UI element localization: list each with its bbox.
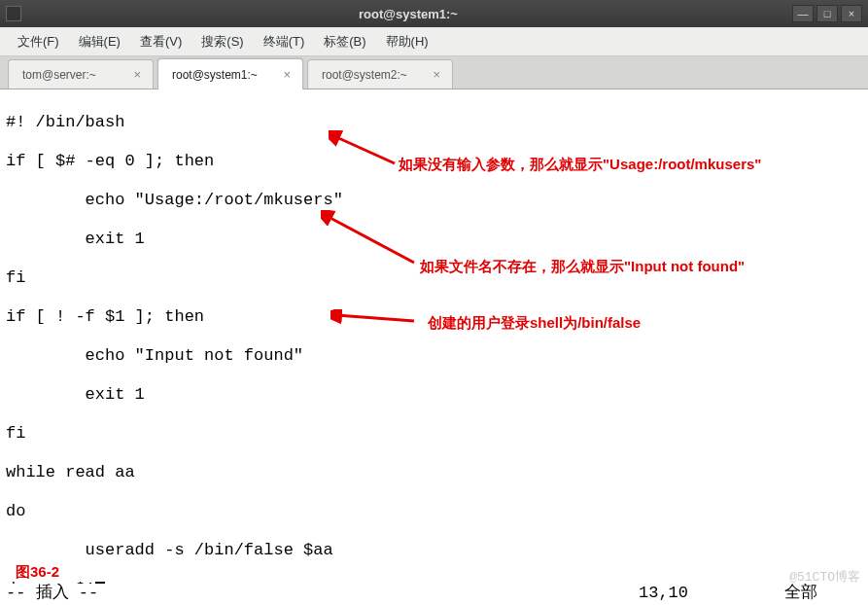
annotation-usage: 如果没有输入参数，那么就显示"Usage:/root/mkusers" [399,155,761,174]
menu-bar: 文件(F) 编辑(E) 查看(V) 搜索(S) 终端(T) 标签(B) 帮助(H… [0,27,868,56]
tab-label: tom@server:~ [22,68,131,82]
code-line: echo "Usage:/root/mkusers" [6,191,862,210]
menu-search[interactable]: 搜索(S) [191,29,253,54]
close-button[interactable]: × [841,5,862,22]
code-line: exit 1 [6,230,862,249]
annotation-notfound: 如果文件名不存在，那么就显示"Input not found" [420,257,745,276]
code-line: while read aa [6,463,862,482]
close-icon[interactable]: × [131,67,143,82]
code-line: do [6,502,862,521]
code-line: fi [6,424,862,444]
tab-label: root@system1:~ [172,68,281,82]
tab-root-system2[interactable]: root@system2:~ × [307,59,453,89]
tab-tom-server[interactable]: tom@server:~ × [8,59,154,89]
vim-cursor-pos: 13,10 [639,584,784,605]
annotation-useradd: 创建的用户登录shell为/bin/false [428,313,641,333]
close-icon[interactable]: × [431,67,442,82]
maximize-button[interactable]: □ [816,5,838,22]
vim-scroll: 全部 [784,584,862,605]
code-line: useradd -s /bin/false $aa [6,541,862,560]
terminal-content[interactable]: #! /bin/bash if [ $# -eq 0 ]; then echo … [0,89,868,605]
tab-label: root@system2:~ [322,68,431,82]
close-icon[interactable]: × [281,67,293,82]
vim-mode: -- 插入 -- [6,584,98,605]
menu-terminal[interactable]: 终端(T) [254,29,315,54]
menu-edit[interactable]: 编辑(E) [69,29,130,54]
code-line: echo "Input not found" [6,346,862,366]
menu-view[interactable]: 查看(V) [130,29,191,54]
menu-tabs[interactable]: 标签(B) [314,29,375,54]
menu-file[interactable]: 文件(F) [8,29,69,54]
tab-root-system1[interactable]: root@system1:~ × [157,58,303,89]
figure-label: 图36-2 [16,562,59,582]
title-bar: root@system1:~ — □ × [0,0,868,27]
vim-status-bar: -- 插入 -- 13,10 全部 [0,584,868,605]
window-title: root@system1:~ [27,7,789,21]
minimize-button[interactable]: — [792,5,814,22]
tab-bar: tom@server:~ × root@system1:~ × root@sys… [0,56,868,89]
code-line: #! /bin/bash [6,113,862,132]
code-line: exit 1 [6,385,862,405]
app-icon [6,6,21,21]
menu-help[interactable]: 帮助(H) [376,29,438,54]
